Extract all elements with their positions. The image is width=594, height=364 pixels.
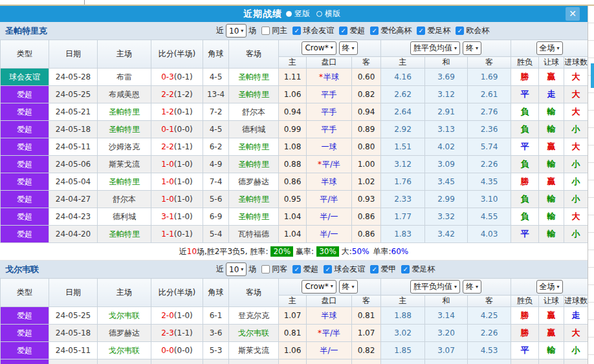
avg-draw-cell: 4.02 [425, 138, 468, 156]
clipped-cell [381, 359, 425, 364]
away-team: 德利城 [229, 121, 279, 138]
odds-home-subheader: 主 [279, 295, 307, 307]
col-score-header: 比分(半场) [151, 40, 203, 69]
win-rate-badge: 20% [270, 246, 293, 257]
filter-bar: 近10▾场同主✓球会友谊✓爱超✓爱伦高杯✓爱足杯✓欧会杯 [216, 22, 489, 39]
corners-cell: 3-6 [203, 325, 229, 342]
handicap-outcome: 輸 [539, 208, 564, 226]
fullmatch-dropdown[interactable]: 全场▾ [536, 41, 563, 55]
avg-final-dropdown[interactable]: 终▾ [463, 280, 481, 294]
odds-final-dropdown[interactable]: 终▾ [339, 280, 358, 294]
corners-cell: 6-1 [203, 307, 229, 325]
fullmatch-dropdown[interactable]: 全场▾ [536, 280, 563, 294]
layout-radio[interactable] [316, 11, 322, 17]
avg-home-cell: 1.83 [381, 226, 425, 243]
handicap-cell: *平/半 [307, 325, 352, 342]
halftime-score: (1-0) [174, 160, 193, 169]
handicap-value: 一球 [322, 142, 337, 151]
fulltime-score: 0-0 [161, 346, 174, 355]
odds-home-cell: 0.81 [279, 325, 307, 342]
clipped-cell [1, 359, 49, 364]
league-checkbox[interactable]: ✓ [417, 27, 425, 35]
odds-home-subheader: 主 [279, 57, 307, 69]
handicap-cell: 平手 [307, 86, 352, 103]
odds-away-cell: 0.86 [352, 226, 381, 243]
match-date: 24-05-25 [49, 86, 98, 103]
avg-dropdown[interactable]: 胜平负均值▾ [410, 280, 460, 294]
same-venue-checkbox[interactable] [261, 265, 270, 273]
avg-draw-cell: 3.32 [425, 208, 468, 226]
league-checkbox[interactable]: ✓ [456, 27, 464, 35]
odds-company-dropdown[interactable]: Crow*▾ [302, 280, 336, 294]
league-checkbox[interactable]: ✓ [339, 27, 347, 35]
goals-outcome: 小 [564, 342, 588, 359]
chevron-down-icon: ▾ [454, 284, 457, 290]
odds-home-cell: 1.11 [279, 69, 307, 86]
avg-dropdown[interactable]: 胜平负均值▾ [410, 41, 460, 55]
corners-cell: 7-4 [203, 173, 229, 191]
col-type-header: 类型 [1, 40, 49, 69]
result-outcome: 平 [511, 226, 539, 243]
away-team: 舒尔本 [229, 103, 279, 121]
star-icon: * [319, 72, 323, 81]
fulltime-score: 0-3 [161, 72, 174, 81]
handicap-outcome: 走 [539, 86, 564, 103]
away-team: 圣帕特里 [229, 208, 279, 226]
result-outcome: 勝 [511, 307, 539, 325]
corners-cell: 5-4 [203, 226, 229, 243]
fulltime-score: 1-2 [161, 107, 174, 116]
league-checkbox[interactable]: ✓ [370, 265, 379, 273]
clipped-cell [279, 359, 307, 364]
league-badge: 爱超 [1, 325, 49, 342]
goals-result-subheader: 进球数 [564, 57, 588, 69]
avg-away-cell: 2.36 [468, 121, 511, 138]
avg-home-cell: 3.12 [381, 156, 425, 173]
match-date: 24-04-20 [49, 226, 98, 243]
score-cell: 2-0(1-0) [151, 307, 203, 325]
odds-home-cell: 1.06 [279, 86, 307, 103]
league-checkbox[interactable]: ✓ [401, 265, 410, 273]
scrollbar-thumb[interactable] [591, 63, 594, 88]
odds-away-cell: 1.07 [352, 325, 381, 342]
filter-bar: 近10▾场同客✓爱超✓球会友谊✓爱甲✓爱足杯 [216, 261, 435, 278]
goals-outcome: 小 [564, 156, 588, 173]
result-outcome: 負 [511, 103, 539, 121]
section-header-team1: 圣帕特里克 近10▾场同主✓球会友谊✓爱超✓爱伦高杯✓爱足杯✓欧会杯 [0, 22, 588, 39]
chevron-down-icon: ▾ [557, 46, 560, 51]
close-button[interactable]: ✕ [566, 7, 580, 21]
match-row: 爱超24-05-04圣帕特里1-0(1-0)7-4德罗赫达0.86半球1.021… [1, 173, 588, 191]
avg-group-header: 胜平负均值▾ 终▾ [381, 40, 511, 57]
goals-outcome: 大 [564, 69, 588, 86]
league-checkbox[interactable]: ✓ [292, 265, 301, 273]
score-cell: 1-2(0-1) [151, 103, 203, 121]
home-team: 戈尔韦联 [98, 307, 151, 325]
page-behind-right [588, 6, 594, 364]
games-count-select[interactable]: 10▾ [226, 262, 247, 276]
match-date: 24-04-27 [49, 191, 98, 208]
clipped-cell [229, 359, 279, 364]
avg-group-header: 胜平负均值▾ 终▾ [381, 279, 511, 295]
league-checkbox[interactable]: ✓ [370, 27, 379, 35]
home-team: 戈尔韦联 [98, 342, 151, 359]
odds-final-dropdown[interactable]: 终▾ [339, 41, 358, 55]
handicap-value: 平手 [322, 90, 337, 99]
handicap-outcome: 輸 [539, 191, 564, 208]
handicap-cell: *半球 [307, 69, 352, 86]
avg-final-dropdown[interactable]: 终▾ [463, 41, 481, 55]
odds-company-dropdown[interactable]: Crow*▾ [302, 41, 336, 55]
match-date: 24-05-28 [49, 69, 98, 86]
dialog-title: 近期战绩 [243, 8, 282, 20]
fulltime-score: 1-0 [161, 160, 174, 169]
goals-outcome: 大 [564, 138, 588, 156]
league-label: 爱伦高杯 [380, 25, 412, 36]
games-count-select[interactable]: 10▾ [226, 24, 247, 37]
away-team: 德罗赫达 [229, 173, 279, 191]
same-venue-checkbox[interactable] [261, 27, 270, 35]
avg-away-cell: 5.74 [468, 138, 511, 156]
handicap-cell: 半/一 [307, 342, 352, 359]
games-label: 场 [248, 264, 256, 275]
layout-radio-selected[interactable] [286, 11, 292, 17]
league-checkbox[interactable]: ✓ [292, 27, 301, 35]
league-checkbox[interactable]: ✓ [324, 265, 332, 273]
corners-cell: 4-5 [203, 69, 229, 86]
